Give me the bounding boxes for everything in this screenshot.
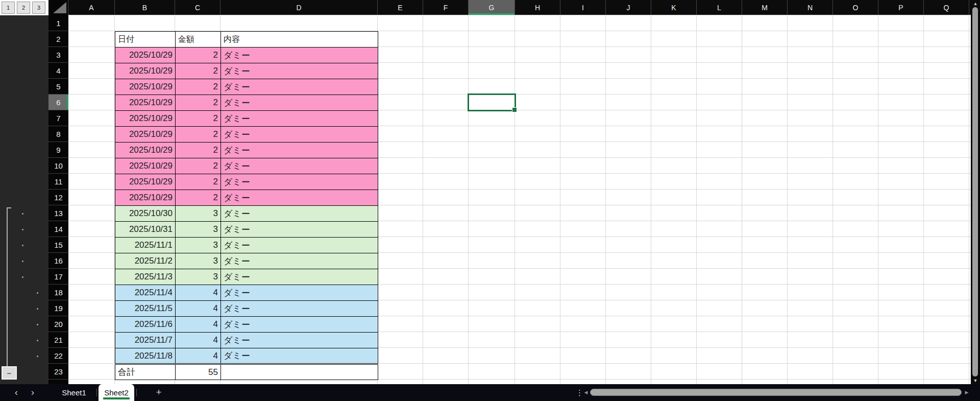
row-header-11[interactable]: 11 xyxy=(48,174,68,190)
row-header-10[interactable]: 10 xyxy=(48,158,68,174)
row-header-19[interactable]: 19 xyxy=(48,300,68,316)
date-cell[interactable]: 2025/10/29 xyxy=(115,158,176,174)
amount-cell[interactable]: 4 xyxy=(176,348,221,364)
column-header-O[interactable]: O xyxy=(833,0,878,15)
date-cell[interactable]: 2025/10/29 xyxy=(115,174,176,190)
column-header-L[interactable]: L xyxy=(697,0,742,15)
date-cell[interactable]: 2025/10/30 xyxy=(115,206,176,222)
date-cell[interactable]: 2025/11/3 xyxy=(115,269,176,285)
row-header-14[interactable]: 14 xyxy=(48,221,68,237)
date-cell[interactable]: 2025/10/29 xyxy=(115,63,176,79)
row-header-13[interactable]: 13 xyxy=(48,205,68,221)
date-cell[interactable]: 2025/11/8 xyxy=(115,348,176,364)
amount-cell[interactable]: 2 xyxy=(176,174,221,190)
column-header-G[interactable]: G xyxy=(469,0,515,15)
amount-cell[interactable]: 3 xyxy=(176,253,221,269)
amount-cell[interactable]: 2 xyxy=(176,48,221,63)
scroll-down-icon[interactable]: ▼ xyxy=(971,378,980,384)
amount-cell[interactable]: 4 xyxy=(176,317,221,333)
amount-cell[interactable]: 2 xyxy=(176,143,221,158)
date-cell[interactable]: 2025/10/29 xyxy=(115,143,176,158)
row-header-2[interactable]: 2 xyxy=(48,31,68,47)
column-header-H[interactable]: H xyxy=(515,0,560,15)
content-cell[interactable]: ダミー xyxy=(221,269,378,285)
row-header-16[interactable]: 16 xyxy=(48,253,68,269)
amount-cell[interactable]: 2 xyxy=(176,63,221,79)
amount-cell[interactable]: 3 xyxy=(176,222,221,238)
amount-cell[interactable]: 4 xyxy=(176,333,221,348)
collapse-group-button[interactable]: − xyxy=(2,366,17,380)
row-header-17[interactable]: 17 xyxy=(48,269,68,285)
column-header-P[interactable]: P xyxy=(878,0,924,15)
column-header-N[interactable]: N xyxy=(788,0,833,15)
tab-sheet2[interactable]: Sheet2 xyxy=(99,384,134,401)
amount-cell[interactable]: 2 xyxy=(176,79,221,95)
content-cell[interactable]: ダミー xyxy=(221,63,378,79)
date-cell[interactable]: 2025/10/29 xyxy=(115,79,176,95)
content-cell[interactable]: ダミー xyxy=(221,333,378,348)
date-cell[interactable]: 2025/11/6 xyxy=(115,317,176,333)
total-empty-cell[interactable] xyxy=(221,364,378,380)
date-cell[interactable]: 2025/11/4 xyxy=(115,285,176,301)
amount-cell[interactable]: 2 xyxy=(176,95,221,111)
outline-level-3-button[interactable]: 3 xyxy=(32,2,45,14)
vertical-scroll-thumb[interactable] xyxy=(972,7,978,376)
content-cell[interactable]: ダミー xyxy=(221,348,378,364)
column-header-F[interactable]: F xyxy=(423,0,469,15)
row-header-7[interactable]: 7 xyxy=(48,110,68,126)
row-header-1[interactable]: 1 xyxy=(48,15,68,31)
header-cell-1[interactable]: 金額 xyxy=(176,32,221,48)
amount-cell[interactable]: 2 xyxy=(176,127,221,143)
scroll-up-icon[interactable]: ▲ xyxy=(971,1,980,7)
scroll-right-icon[interactable]: ▶ xyxy=(964,389,970,396)
column-header-K[interactable]: K xyxy=(651,0,697,15)
amount-cell[interactable]: 2 xyxy=(176,190,221,206)
date-cell[interactable]: 2025/10/29 xyxy=(115,48,176,63)
content-cell[interactable]: ダミー xyxy=(221,48,378,63)
column-header-I[interactable]: I xyxy=(560,0,606,15)
content-cell[interactable]: ダミー xyxy=(221,127,378,143)
content-cell[interactable]: ダミー xyxy=(221,206,378,222)
date-cell[interactable]: 2025/10/29 xyxy=(115,95,176,111)
row-header-22[interactable]: 22 xyxy=(48,348,68,364)
date-cell[interactable]: 2025/10/29 xyxy=(115,111,176,127)
column-header-B[interactable]: B xyxy=(115,0,175,15)
date-cell[interactable]: 2025/10/29 xyxy=(115,190,176,206)
content-cell[interactable]: ダミー xyxy=(221,301,378,317)
column-header-C[interactable]: C xyxy=(175,0,220,15)
total-label-cell[interactable]: 合計 xyxy=(115,364,176,380)
column-header-E[interactable]: E xyxy=(378,0,423,15)
row-header-23[interactable]: 23 xyxy=(48,364,68,380)
date-cell[interactable]: 2025/10/29 xyxy=(115,127,176,143)
row-header-8[interactable]: 8 xyxy=(48,126,68,142)
row-header-21[interactable]: 21 xyxy=(48,332,68,348)
content-cell[interactable]: ダミー xyxy=(221,253,378,269)
date-cell[interactable]: 2025/11/5 xyxy=(115,301,176,317)
column-header-M[interactable]: M xyxy=(742,0,788,15)
tabs-scroll-left-button[interactable]: ‹ xyxy=(11,384,21,401)
total-value-cell[interactable]: 55 xyxy=(176,364,221,380)
add-sheet-button[interactable]: + xyxy=(152,384,165,401)
scroll-left-icon[interactable]: ◀ xyxy=(583,389,589,396)
content-cell[interactable]: ダミー xyxy=(221,285,378,301)
date-cell[interactable]: 2025/11/2 xyxy=(115,253,176,269)
content-cell[interactable]: ダミー xyxy=(221,143,378,158)
column-header-Q[interactable]: Q xyxy=(924,0,969,15)
row-header-18[interactable]: 18 xyxy=(48,285,68,300)
grid-area[interactable]: 日付金額内容2025/10/292ダミー2025/10/292ダミー2025/1… xyxy=(68,15,971,384)
amount-cell[interactable]: 3 xyxy=(176,269,221,285)
column-header-A[interactable]: A xyxy=(68,0,115,15)
content-cell[interactable]: ダミー xyxy=(221,238,378,253)
content-cell[interactable]: ダミー xyxy=(221,95,378,111)
row-header-15[interactable]: 15 xyxy=(48,237,68,253)
row-header-20[interactable]: 20 xyxy=(48,316,68,332)
row-header-3[interactable]: 3 xyxy=(48,47,68,63)
tabs-scroll-right-button[interactable]: › xyxy=(28,384,38,401)
header-cell-2[interactable]: 内容 xyxy=(221,32,378,48)
row-header-12[interactable]: 12 xyxy=(48,190,68,205)
fill-handle[interactable] xyxy=(512,107,517,112)
content-cell[interactable]: ダミー xyxy=(221,190,378,206)
tabbar-splitter-handle[interactable]: ⋮ xyxy=(576,384,583,401)
tab-sheet1[interactable]: Sheet1 xyxy=(53,384,95,401)
header-cell-0[interactable]: 日付 xyxy=(115,32,176,48)
